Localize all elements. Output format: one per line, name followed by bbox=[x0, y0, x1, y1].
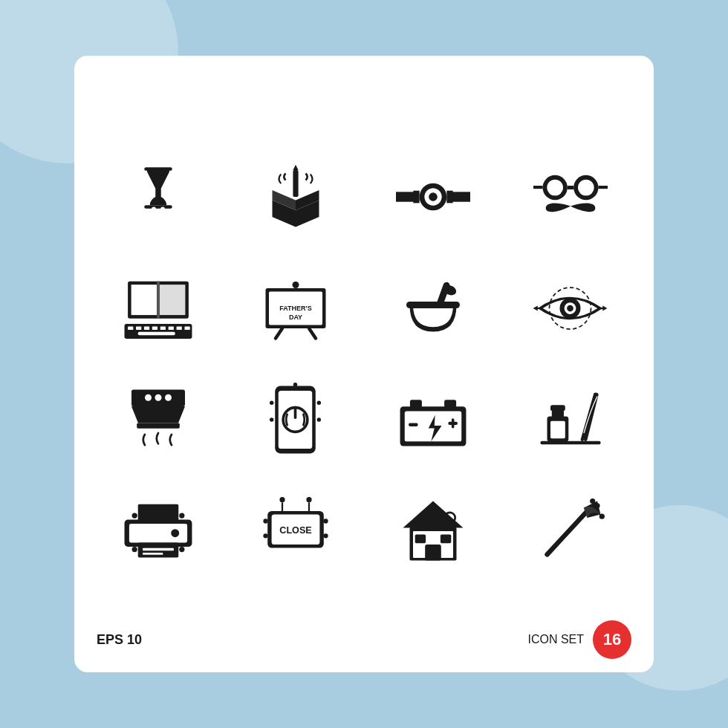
svg-point-109 bbox=[599, 514, 604, 519]
icon-set-label: ICON SET bbox=[527, 633, 584, 646]
svg-point-10 bbox=[429, 192, 438, 201]
svg-point-54 bbox=[145, 394, 152, 401]
svg-text:CLOSE: CLOSE bbox=[279, 525, 311, 536]
svg-point-108 bbox=[594, 503, 599, 508]
svg-rect-7 bbox=[452, 192, 470, 201]
icon-kitchen-hood bbox=[114, 375, 203, 464]
icon-ebook-keyboard bbox=[114, 264, 203, 353]
icon-pickaxe bbox=[526, 487, 615, 576]
svg-rect-27 bbox=[143, 327, 149, 331]
svg-point-14 bbox=[547, 180, 563, 196]
svg-marker-48 bbox=[533, 306, 538, 311]
icon-eye-vision bbox=[526, 264, 615, 353]
svg-rect-77 bbox=[550, 405, 565, 411]
svg-text:FATHER'S: FATHER'S bbox=[279, 305, 311, 312]
svg-rect-67 bbox=[409, 400, 421, 408]
svg-rect-72 bbox=[451, 418, 454, 428]
svg-line-37 bbox=[309, 328, 316, 339]
svg-rect-4 bbox=[293, 170, 298, 197]
svg-rect-11 bbox=[413, 191, 419, 204]
svg-line-36 bbox=[276, 328, 282, 339]
svg-rect-31 bbox=[176, 327, 181, 331]
svg-rect-23 bbox=[157, 282, 160, 319]
svg-rect-104 bbox=[415, 535, 425, 544]
svg-rect-105 bbox=[440, 535, 450, 544]
svg-point-46 bbox=[567, 305, 573, 312]
svg-rect-82 bbox=[143, 548, 174, 551]
main-card: FATHER'S DAY bbox=[74, 56, 654, 672]
svg-rect-41 bbox=[406, 302, 460, 308]
svg-rect-78 bbox=[137, 504, 178, 521]
svg-rect-53 bbox=[137, 423, 180, 429]
svg-point-61 bbox=[317, 401, 321, 405]
icon-fathers-day: FATHER'S DAY bbox=[251, 264, 340, 353]
svg-rect-12 bbox=[446, 191, 452, 204]
svg-rect-17 bbox=[567, 186, 573, 189]
svg-point-59 bbox=[270, 401, 273, 405]
svg-rect-19 bbox=[598, 186, 608, 189]
svg-point-3 bbox=[160, 207, 165, 212]
svg-rect-1 bbox=[144, 205, 172, 209]
svg-point-55 bbox=[155, 394, 161, 401]
svg-rect-18 bbox=[533, 186, 543, 189]
svg-rect-28 bbox=[152, 327, 157, 331]
svg-rect-30 bbox=[168, 327, 173, 331]
svg-point-99 bbox=[323, 533, 328, 538]
svg-point-98 bbox=[263, 533, 267, 538]
svg-point-87 bbox=[131, 547, 137, 552]
icon-idea-box bbox=[251, 152, 340, 241]
svg-point-84 bbox=[171, 529, 179, 537]
svg-point-96 bbox=[263, 519, 267, 523]
icon-car-battery bbox=[389, 375, 478, 464]
svg-point-16 bbox=[578, 180, 594, 196]
svg-point-89 bbox=[279, 497, 285, 502]
svg-point-90 bbox=[306, 497, 311, 502]
svg-rect-22 bbox=[159, 285, 185, 315]
svg-rect-33 bbox=[137, 332, 175, 336]
icon-printer bbox=[114, 487, 203, 576]
svg-point-86 bbox=[179, 513, 184, 518]
icon-phone-power bbox=[251, 375, 340, 464]
svg-rect-24 bbox=[124, 324, 192, 339]
svg-rect-0 bbox=[144, 167, 172, 171]
svg-point-85 bbox=[131, 513, 137, 518]
icon-mustache-glasses bbox=[526, 152, 615, 241]
icon-close-sign: CLOSE bbox=[251, 487, 340, 576]
bottom-right: ICON SET 16 bbox=[527, 620, 631, 659]
icon-valve-pipe bbox=[389, 152, 478, 241]
svg-rect-83 bbox=[143, 553, 163, 555]
badge-number: 16 bbox=[593, 620, 631, 659]
svg-marker-5 bbox=[293, 165, 298, 170]
bottom-bar: EPS 10 ICON SET 16 bbox=[97, 620, 631, 659]
eps-label: EPS 10 bbox=[97, 632, 142, 648]
icon-hourglass-man bbox=[114, 152, 203, 241]
svg-rect-32 bbox=[184, 327, 189, 331]
svg-point-62 bbox=[317, 417, 321, 421]
icons-grid: FATHER'S DAY bbox=[104, 152, 624, 576]
svg-text:DAY: DAY bbox=[288, 313, 302, 321]
svg-point-88 bbox=[179, 547, 184, 552]
svg-rect-70 bbox=[409, 423, 417, 426]
svg-point-110 bbox=[590, 498, 595, 504]
icon-eco-house bbox=[389, 487, 478, 576]
svg-rect-6 bbox=[396, 192, 415, 201]
svg-rect-26 bbox=[136, 327, 141, 331]
svg-point-63 bbox=[293, 383, 297, 386]
svg-rect-68 bbox=[444, 400, 456, 408]
svg-point-97 bbox=[323, 519, 328, 523]
icon-mortar-pestle bbox=[389, 264, 478, 353]
svg-point-38 bbox=[292, 282, 299, 288]
svg-point-56 bbox=[165, 394, 172, 401]
svg-rect-25 bbox=[128, 327, 133, 331]
svg-rect-75 bbox=[550, 421, 565, 438]
svg-rect-21 bbox=[131, 285, 157, 315]
svg-point-2 bbox=[152, 207, 156, 212]
svg-line-107 bbox=[547, 511, 587, 555]
svg-point-60 bbox=[270, 417, 273, 421]
svg-marker-50 bbox=[602, 306, 607, 311]
icon-ink-pen bbox=[526, 375, 615, 464]
svg-rect-29 bbox=[160, 327, 165, 331]
